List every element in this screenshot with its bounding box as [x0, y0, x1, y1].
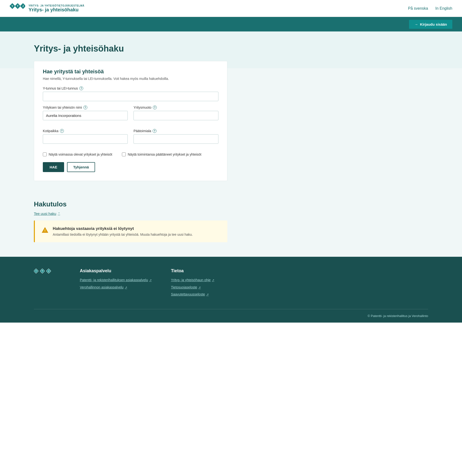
svg-text:!: !	[44, 229, 45, 232]
footer-col1-title: Asiakaspalvelu	[80, 268, 152, 273]
kotipaikka-label: Kotipaikka ?	[43, 129, 128, 133]
svg-text:Y: Y	[35, 270, 37, 272]
footer-link-vero[interactable]: Verohallinnon asiakaspalvelu ↗	[80, 285, 152, 290]
tyhjenna-button[interactable]: Tyhjennä	[67, 162, 95, 172]
svg-text:J: J	[22, 5, 24, 8]
kotipaikka-group: Kotipaikka ?	[43, 129, 128, 144]
external-link-icon: ↗	[149, 278, 152, 282]
footer-link-ohje[interactable]: Yritys- ja yhteisöhaun ohje ↗	[171, 278, 214, 283]
card-subtitle: Hae nimellä, Y-tunnuksella tai LEI-tunnu…	[43, 77, 218, 81]
svg-text:T: T	[42, 270, 43, 272]
footer-bottom: © Patentti- ja rekisterihallitus ja Vero…	[34, 309, 428, 323]
footer-top: Y T J Asiakaspalvelu Patentti- ja rekist…	[34, 268, 428, 309]
nimi-label: Yrityksen tai yhteisön nimi ?	[43, 105, 128, 109]
nimi-input[interactable]	[43, 111, 128, 120]
nav-english[interactable]: In English	[435, 6, 452, 11]
ytunnus-group: Y-tunnus tai LEI-tunnus ?	[43, 86, 218, 101]
page-title: Yritys- ja yhteisöhaku	[34, 43, 452, 54]
nav-svenska[interactable]: På svenska	[408, 6, 428, 11]
kotipaikka-paatoimiala-row: Kotipaikka ? Päätoimiala ?	[43, 129, 218, 148]
yritysmuoto-input[interactable]	[134, 111, 218, 120]
nav-links: På svenska In English	[408, 6, 452, 11]
checkbox2-label[interactable]: Näytä toimintansa päättäneet yritykset j…	[122, 153, 201, 156]
footer-col-tietoa: Tietoa Yritys- ja yhteisöhaun ohje ↗ Tie…	[171, 268, 214, 299]
footer-link-tietosuoja[interactable]: Tietosuojaseloste ↗	[171, 285, 214, 290]
button-row: HAE Tyhjennä	[43, 162, 218, 172]
new-search-link[interactable]: Tee uusi haku ⌃	[34, 212, 60, 216]
footer-col2-title: Tietoa	[171, 268, 214, 273]
paatoimiala-label: Päätoimiala ?	[134, 129, 218, 133]
nimi-help-icon[interactable]: ?	[84, 105, 87, 109]
logo-subtitle: YRITYS- JA YHTEISÖTIETOJÄRJESTELMÄ	[29, 4, 84, 7]
top-header: Y T J YRITYS- JA YHTEISÖTIETOJÄRJESTELMÄ…	[0, 0, 462, 17]
nimi-group: Yrityksen tai yhteisön nimi ?	[43, 105, 128, 120]
ytunnus-input[interactable]	[43, 92, 218, 101]
logo-title: Yritys- ja yhteisöhaku	[29, 7, 84, 13]
footer-logo: Y T J	[34, 268, 53, 299]
chevron-up-icon: ⌃	[58, 212, 60, 215]
yritysmuoto-label: Yritysmuoto ?	[134, 105, 218, 109]
paatoimiala-group: Päätoimiala ?	[134, 129, 218, 144]
kotipaikka-input[interactable]	[43, 134, 128, 144]
paatoimiala-input[interactable]	[134, 134, 218, 144]
ytj-logo-icon: Y T J	[10, 1, 25, 16]
kotipaikka-help-icon[interactable]: ?	[60, 129, 64, 133]
checkbox-row: Näytä voimassa olevat yritykset ja yhtei…	[43, 153, 218, 156]
warning-text: Antamillasi tiedoilla ei löytynyt yhtään…	[53, 233, 193, 237]
warning-content: Hakuehtoja vastaavia yrityksiä ei löytyn…	[53, 226, 193, 237]
warning-icon: !	[42, 227, 48, 235]
kirjaudu-button[interactable]: → Kirjaudu sisään	[409, 20, 452, 29]
login-icon: →	[414, 22, 418, 26]
footer: Y T J Asiakaspalvelu Patentti- ja rekist…	[0, 257, 462, 323]
ytunnus-help-icon[interactable]: ?	[79, 86, 83, 90]
logo-text: YRITYS- JA YHTEISÖTIETOJÄRJESTELMÄ Yrity…	[29, 4, 84, 13]
logo-area: Y T J YRITYS- JA YHTEISÖTIETOJÄRJESTELMÄ…	[10, 1, 84, 16]
svg-text:J: J	[48, 270, 49, 272]
external-link-icon: ↗	[212, 278, 214, 282]
footer-link-prh[interactable]: Patentti- ja rekisterihallituksen asiaka…	[80, 278, 152, 283]
checkbox-voimassa[interactable]	[43, 153, 47, 156]
yritysmuoto-group: Yritysmuoto ?	[134, 105, 218, 120]
external-link-icon: ↗	[125, 286, 127, 290]
main-content: Hae yritystä tai yhteisöä Hae nimellä, Y…	[0, 68, 462, 257]
search-card: Hae yritystä tai yhteisöä Hae nimellä, Y…	[34, 61, 227, 181]
kirjaudu-label: Kirjaudu sisään	[420, 22, 447, 26]
warning-title: Hakuehtoja vastaavia yrityksiä ei löytyn…	[53, 226, 193, 231]
card-title: Hae yritystä tai yhteisöä	[43, 68, 218, 75]
svg-text:T: T	[17, 5, 19, 8]
external-link-icon: ↗	[198, 286, 201, 290]
results-section: Hakutulos Tee uusi haku ⌃ ! Hakuehtoja v…	[34, 200, 227, 242]
checkbox1-label[interactable]: Näytä voimassa olevat yritykset ja yhtei…	[43, 153, 112, 156]
yritysmuoto-help-icon[interactable]: ?	[153, 105, 157, 109]
footer-link-saavutettavuus[interactable]: Saavutettavuusseloste ↗	[171, 292, 214, 297]
results-title: Hakutulos	[34, 200, 227, 208]
checkbox-paattaneet[interactable]	[122, 153, 126, 156]
ytunnus-label: Y-tunnus tai LEI-tunnus ?	[43, 86, 218, 90]
svg-text:Y: Y	[11, 5, 13, 8]
hae-button[interactable]: HAE	[43, 162, 64, 172]
warning-box: ! Hakuehtoja vastaavia yrityksiä ei löyt…	[34, 221, 227, 242]
teal-banner: → Kirjaudu sisään	[0, 17, 462, 32]
footer-col-asiakaspalvelu: Asiakaspalvelu Patentti- ja rekisterihal…	[80, 268, 152, 299]
paatoimiala-help-icon[interactable]: ?	[153, 129, 157, 133]
new-search-label: Tee uusi haku	[34, 212, 56, 216]
external-link-icon: ↗	[206, 293, 209, 297]
nimi-yritysmuoto-row: Yrityksen tai yhteisön nimi ? Yritysmuot…	[43, 105, 218, 125]
copyright-text: © Patentti- ja rekisterihallitus ja Vero…	[368, 314, 428, 318]
